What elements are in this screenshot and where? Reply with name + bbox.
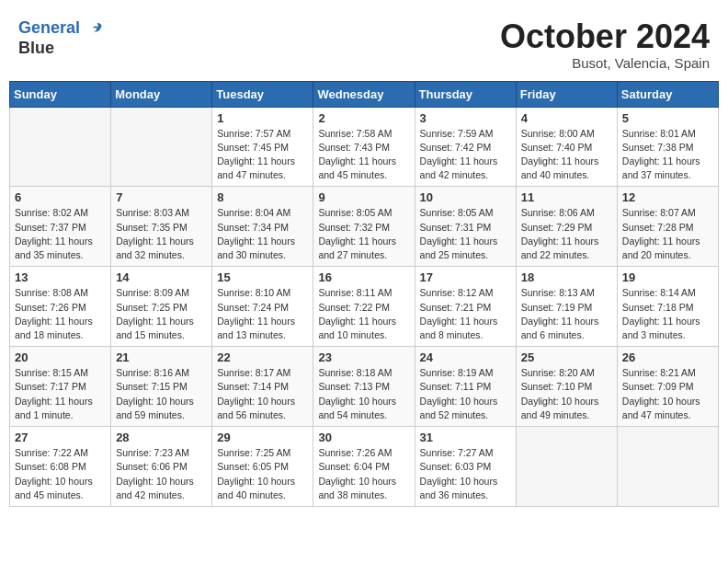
day-info: Sunrise: 8:01 AM Sunset: 7:38 PM Dayligh… [622,127,713,183]
day-number: 16 [318,270,409,284]
day-number: 26 [622,350,713,364]
location: Busot, Valencia, Spain [500,55,710,71]
day-info: Sunrise: 8:03 AM Sunset: 7:35 PM Dayligh… [116,206,207,262]
day-cell: 4Sunrise: 8:00 AM Sunset: 7:40 PM Daylig… [516,107,617,187]
day-info: Sunrise: 7:58 AM Sunset: 7:43 PM Dayligh… [318,127,409,183]
weekday-header-tuesday: Tuesday [212,81,313,107]
day-number: 8 [217,190,308,204]
day-number: 30 [318,431,409,444]
day-info: Sunrise: 7:26 AM Sunset: 6:04 PM Dayligh… [318,446,409,502]
page-header: General Blue October 2024 Busot, Valenci… [9,9,719,75]
weekday-header-thursday: Thursday [415,81,516,107]
day-info: Sunrise: 8:13 AM Sunset: 7:19 PM Dayligh… [521,286,612,342]
day-number: 17 [420,270,511,284]
day-cell: 31Sunrise: 7:27 AM Sunset: 6:03 PM Dayli… [415,427,516,507]
day-cell: 24Sunrise: 8:19 AM Sunset: 7:11 PM Dayli… [415,347,516,427]
day-cell: 13Sunrise: 8:08 AM Sunset: 7:26 PM Dayli… [10,267,111,347]
day-cell: 7Sunrise: 8:03 AM Sunset: 7:35 PM Daylig… [111,187,212,267]
day-cell: 16Sunrise: 8:11 AM Sunset: 7:22 PM Dayli… [313,267,415,347]
day-cell [516,427,617,507]
day-cell: 28Sunrise: 7:23 AM Sunset: 6:06 PM Dayli… [111,427,212,507]
day-cell: 2Sunrise: 7:58 AM Sunset: 7:43 PM Daylig… [313,107,415,187]
weekday-header-sunday: Sunday [10,81,111,107]
day-cell: 23Sunrise: 8:18 AM Sunset: 7:13 PM Dayli… [313,347,415,427]
title-block: October 2024 Busot, Valencia, Spain [500,18,710,71]
day-cell: 6Sunrise: 8:02 AM Sunset: 7:37 PM Daylig… [10,187,111,267]
day-info: Sunrise: 7:25 AM Sunset: 6:05 PM Dayligh… [217,446,308,502]
day-cell [10,107,111,187]
day-number: 4 [521,111,612,125]
day-cell: 20Sunrise: 8:15 AM Sunset: 7:17 PM Dayli… [10,347,111,427]
day-number: 19 [622,270,713,284]
day-cell: 17Sunrise: 8:12 AM Sunset: 7:21 PM Dayli… [415,267,516,347]
day-cell: 1Sunrise: 7:57 AM Sunset: 7:45 PM Daylig… [212,107,313,187]
day-number: 20 [15,350,106,364]
logo: General Blue [18,18,105,58]
day-number: 27 [15,431,106,444]
day-cell: 15Sunrise: 8:10 AM Sunset: 7:24 PM Dayli… [212,267,313,347]
week-row-5: 27Sunrise: 7:22 AM Sunset: 6:08 PM Dayli… [10,427,719,507]
day-info: Sunrise: 8:06 AM Sunset: 7:29 PM Dayligh… [521,206,612,262]
calendar-body: 1Sunrise: 7:57 AM Sunset: 7:45 PM Daylig… [10,107,719,506]
day-number: 22 [217,350,308,364]
day-number: 29 [217,431,308,444]
day-info: Sunrise: 8:07 AM Sunset: 7:28 PM Dayligh… [622,206,713,262]
day-info: Sunrise: 8:17 AM Sunset: 7:14 PM Dayligh… [217,366,308,422]
day-cell: 30Sunrise: 7:26 AM Sunset: 6:04 PM Dayli… [313,427,415,507]
day-number: 24 [420,350,511,364]
day-info: Sunrise: 7:22 AM Sunset: 6:08 PM Dayligh… [15,446,106,502]
day-cell: 22Sunrise: 8:17 AM Sunset: 7:14 PM Dayli… [212,347,313,427]
logo-subtext: Blue [18,39,105,58]
day-info: Sunrise: 7:59 AM Sunset: 7:42 PM Dayligh… [420,127,511,183]
day-info: Sunrise: 8:16 AM Sunset: 7:15 PM Dayligh… [116,366,207,422]
day-info: Sunrise: 8:10 AM Sunset: 7:24 PM Dayligh… [217,286,308,342]
day-number: 3 [420,111,511,125]
day-info: Sunrise: 7:27 AM Sunset: 6:03 PM Dayligh… [420,446,511,502]
day-info: Sunrise: 8:05 AM Sunset: 7:31 PM Dayligh… [420,206,511,262]
day-cell: 9Sunrise: 8:05 AM Sunset: 7:32 PM Daylig… [313,187,415,267]
day-cell [111,107,212,187]
day-number: 14 [116,270,207,284]
day-cell: 18Sunrise: 8:13 AM Sunset: 7:19 PM Dayli… [516,267,617,347]
day-number: 12 [622,190,713,204]
day-cell: 3Sunrise: 7:59 AM Sunset: 7:42 PM Daylig… [415,107,516,187]
week-row-2: 6Sunrise: 8:02 AM Sunset: 7:37 PM Daylig… [10,187,719,267]
day-info: Sunrise: 8:08 AM Sunset: 7:26 PM Dayligh… [15,286,106,342]
day-cell: 19Sunrise: 8:14 AM Sunset: 7:18 PM Dayli… [617,267,718,347]
day-cell: 10Sunrise: 8:05 AM Sunset: 7:31 PM Dayli… [415,187,516,267]
day-number: 18 [521,270,612,284]
day-info: Sunrise: 8:05 AM Sunset: 7:32 PM Dayligh… [318,206,409,262]
day-number: 11 [521,190,612,204]
day-info: Sunrise: 8:18 AM Sunset: 7:13 PM Dayligh… [318,366,409,422]
day-cell: 25Sunrise: 8:20 AM Sunset: 7:10 PM Dayli… [516,347,617,427]
day-info: Sunrise: 8:12 AM Sunset: 7:21 PM Dayligh… [420,286,511,342]
week-row-3: 13Sunrise: 8:08 AM Sunset: 7:26 PM Dayli… [10,267,719,347]
day-info: Sunrise: 8:19 AM Sunset: 7:11 PM Dayligh… [420,366,511,422]
day-cell: 8Sunrise: 8:04 AM Sunset: 7:34 PM Daylig… [212,187,313,267]
day-number: 28 [116,431,207,444]
day-info: Sunrise: 8:04 AM Sunset: 7:34 PM Dayligh… [217,206,308,262]
day-number: 5 [622,111,713,125]
day-cell [617,427,718,507]
day-info: Sunrise: 7:23 AM Sunset: 6:06 PM Dayligh… [116,446,207,502]
day-info: Sunrise: 8:09 AM Sunset: 7:25 PM Dayligh… [116,286,207,342]
day-info: Sunrise: 8:20 AM Sunset: 7:10 PM Dayligh… [521,366,612,422]
day-cell: 21Sunrise: 8:16 AM Sunset: 7:15 PM Dayli… [111,347,212,427]
day-number: 23 [318,350,409,364]
day-info: Sunrise: 7:57 AM Sunset: 7:45 PM Dayligh… [217,127,308,183]
week-row-4: 20Sunrise: 8:15 AM Sunset: 7:17 PM Dayli… [10,347,719,427]
day-cell: 27Sunrise: 7:22 AM Sunset: 6:08 PM Dayli… [10,427,111,507]
day-number: 1 [217,111,308,125]
day-info: Sunrise: 8:11 AM Sunset: 7:22 PM Dayligh… [318,286,409,342]
weekday-header-monday: Monday [111,81,212,107]
day-cell: 14Sunrise: 8:09 AM Sunset: 7:25 PM Dayli… [111,267,212,347]
week-row-1: 1Sunrise: 7:57 AM Sunset: 7:45 PM Daylig… [10,107,719,187]
day-number: 10 [420,190,511,204]
day-cell: 12Sunrise: 8:07 AM Sunset: 7:28 PM Dayli… [617,187,718,267]
weekday-header-friday: Friday [516,81,617,107]
day-number: 31 [420,431,511,444]
day-cell: 5Sunrise: 8:01 AM Sunset: 7:38 PM Daylig… [617,107,718,187]
day-info: Sunrise: 8:00 AM Sunset: 7:40 PM Dayligh… [521,127,612,183]
day-cell: 11Sunrise: 8:06 AM Sunset: 7:29 PM Dayli… [516,187,617,267]
weekday-header-wednesday: Wednesday [313,81,415,107]
